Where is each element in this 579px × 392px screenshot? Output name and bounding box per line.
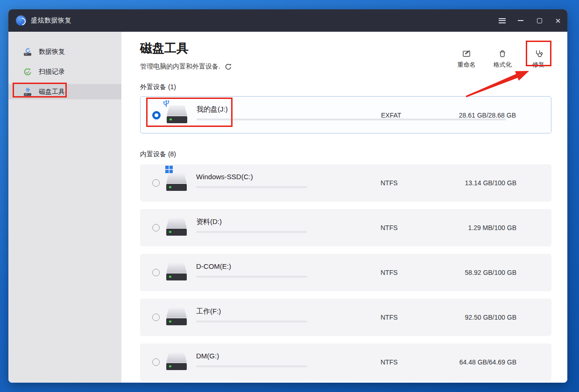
page-title: 磁盘工具 (140, 40, 232, 56)
disk-tools-icon (22, 87, 33, 97)
internal-devices-label: 内置设备 (8) (140, 150, 551, 159)
drive-icon (166, 173, 188, 192)
format-button[interactable]: 格式化 (489, 46, 515, 71)
device-name: DM(G:) (196, 352, 219, 360)
repair-icon (534, 49, 543, 58)
toolbar: 重命名 格式化 (453, 46, 551, 71)
radio-button[interactable] (152, 179, 160, 187)
size-label: 13.14 GB/100 GB (465, 179, 516, 187)
usage-bar (196, 231, 307, 233)
sidebar-item-label: 扫描记录 (39, 68, 65, 76)
close-button[interactable]: ✕ (549, 9, 567, 32)
repair-button[interactable]: 修复 (525, 46, 551, 71)
filesystem-label: NTFS (381, 179, 398, 187)
device-name: 我的盘(J:) (197, 105, 228, 114)
filesystem-label: NTFS (381, 358, 398, 366)
device-row[interactable]: 资料(D:) NTFS 1.29 MB/100 GB (140, 209, 551, 246)
rename-label: 重命名 (458, 61, 476, 69)
sidebar-item-disk-tools[interactable]: 磁盘工具 (8, 84, 121, 99)
usage-bar (196, 186, 307, 188)
device-row[interactable]: DM(G:) NTFS 64.48 GB/64.69 GB (140, 343, 551, 381)
rename-icon (462, 49, 471, 58)
scan-history-icon (22, 67, 33, 77)
external-devices-label: 外置设备 (1) (140, 83, 551, 91)
menu-icon (499, 18, 506, 23)
maximize-button[interactable] (530, 9, 549, 32)
radio-button[interactable] (152, 269, 160, 276)
repair-label: 修复 (532, 61, 544, 69)
device-row[interactable]: D-COM(E:) NTFS 58.92 GB/100 GB (140, 254, 551, 291)
size-label: 1.29 MB/100 GB (468, 224, 516, 231)
device-row[interactable]: Windows-SSD(C:) NTFS 13.14 GB/100 GB (140, 164, 551, 202)
device-row-external[interactable]: 我的盘(J:) EXFAT 28.61 GB/28.68 GB (140, 96, 551, 133)
drive-icon (166, 352, 188, 371)
device-name: 工作(F:) (196, 307, 221, 316)
usage-bar (196, 365, 307, 367)
usage-bar (196, 321, 307, 322)
sidebar: 数据恢复 扫描记录 磁盘工具 (8, 32, 121, 383)
radio-button[interactable] (152, 358, 160, 366)
size-label: 64.48 GB/64.69 GB (459, 358, 516, 366)
sidebar-item-data-recovery[interactable]: 数据恢复 (8, 44, 121, 59)
filesystem-label: NTFS (381, 269, 398, 276)
radio-button[interactable] (152, 224, 160, 231)
format-label: 格式化 (494, 61, 512, 69)
menu-button[interactable] (493, 9, 511, 32)
size-label: 58.92 GB/100 GB (465, 269, 516, 276)
app-window: 盛炫数据恢复 ✕ 数据恢复 (8, 9, 567, 383)
titlebar: 盛炫数据恢复 ✕ (8, 9, 567, 32)
app-logo-icon (16, 15, 26, 26)
windows-logo-icon (165, 166, 173, 173)
filesystem-label: NTFS (381, 314, 398, 321)
size-label: 28.61 GB/28.68 GB (459, 112, 516, 119)
usage-bar (196, 276, 307, 278)
drive-icon (166, 263, 188, 281)
main-content: 磁盘工具 管理电脑的内置和外置设备. (121, 32, 567, 383)
device-name: D-COM(E:) (196, 262, 231, 270)
radio-button[interactable] (152, 314, 160, 321)
filesystem-label: EXFAT (381, 112, 401, 119)
minimize-button[interactable] (511, 9, 530, 32)
sidebar-item-label: 数据恢复 (39, 48, 65, 56)
minimize-icon (518, 20, 523, 21)
drive-icon (166, 218, 188, 237)
filesystem-label: NTFS (381, 224, 398, 231)
internal-device-list: Windows-SSD(C:) NTFS 13.14 GB/100 GB 资料(… (140, 164, 551, 381)
drive-recovery-icon (22, 47, 33, 57)
sidebar-item-label: 磁盘工具 (39, 88, 65, 96)
radio-button[interactable] (152, 111, 161, 119)
rename-button[interactable]: 重命名 (453, 46, 480, 71)
drive-icon (166, 308, 188, 326)
device-row[interactable]: 工作(F:) NTFS 92.50 GB/100 GB (140, 299, 551, 336)
device-name: 资料(D:) (196, 217, 222, 226)
drive-icon (167, 105, 188, 124)
format-icon (498, 49, 507, 58)
size-label: 92.50 GB/100 GB (465, 314, 516, 321)
sidebar-item-scan-history[interactable]: 扫描记录 (8, 64, 121, 79)
refresh-icon[interactable] (225, 63, 232, 70)
maximize-icon (537, 18, 542, 23)
page-subtitle: 管理电脑的内置和外置设备. (140, 63, 220, 71)
app-title: 盛炫数据恢复 (31, 16, 71, 25)
device-name: Windows-SSD(C:) (196, 173, 253, 181)
